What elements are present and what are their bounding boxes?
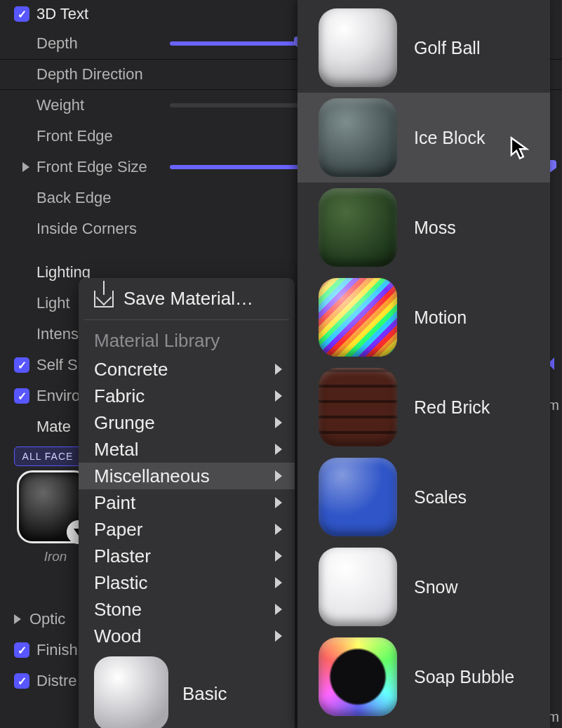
label-inside-corners: Inside Corners [36,220,163,238]
menu-item-paper[interactable]: Paper [79,516,295,543]
swatch-golf [319,8,397,87]
material-label: Scales [414,487,467,508]
material-scales[interactable]: Scales [297,452,550,542]
label-front-edge: Front Edge [36,127,163,145]
section-title: 3D Text [36,5,88,23]
material-motion[interactable]: Motion [297,272,550,362]
menu-item-paint[interactable]: Paint [79,489,295,516]
material-label: Motion [414,307,467,328]
menu-basic-item[interactable]: Basic [79,649,295,728]
material-snow[interactable]: Snow [297,542,550,632]
menu-item-plaster[interactable]: Plaster [79,543,295,569]
chevron-right-icon [275,497,282,508]
save-material-item[interactable]: Save Material… [79,278,295,319]
chevron-right-icon [275,577,282,588]
menu-item-wood[interactable]: Wood [79,623,295,649]
swatch-soap [319,637,397,716]
menu-item-plastic[interactable]: Plastic [79,569,295,596]
menu-item-fabric[interactable]: Fabric [79,383,295,409]
chevron-right-icon [275,444,282,455]
material-label: Red Brick [414,397,490,418]
label-weight: Weight [36,96,163,114]
menu-item-label: Plaster [94,545,151,567]
menu-item-label: Grunge [94,412,155,434]
menu-item-label: Metal [94,439,139,461]
swatch-snow [319,548,397,626]
menu-item-grunge[interactable]: Grunge [79,409,295,436]
chevron-right-icon [275,524,282,535]
menu-item-label: Fabric [94,385,145,407]
chevron-right-icon [275,630,282,642]
checkbox-finish[interactable] [14,642,29,658]
menu-item-label: Paper [94,519,142,541]
menu-item-metal[interactable]: Metal [79,436,295,463]
material-context-menu: Save Material… Material Library Concrete… [79,278,295,728]
label-depth-direction: Depth Direction [36,65,163,84]
swatch-moss [319,188,397,267]
material-ice[interactable]: Ice Block [297,93,550,183]
download-icon [94,291,114,307]
swatch-ice [319,98,397,177]
material-brick[interactable]: Red Brick [297,362,550,452]
label-depth: Depth [36,34,163,53]
label-front-edge-size: Front Edge Size [36,158,163,176]
chevron-right-icon [275,550,282,562]
material-golf[interactable]: Golf Ball [297,3,550,93]
checkbox-distress[interactable] [14,673,29,689]
material-label: Snow [414,577,458,597]
material-submenu: Golf BallIce BlockMossMotionRed BrickSca… [297,0,550,728]
material-label: Soap Bubble [414,667,514,687]
save-material-label: Save Material… [123,288,253,310]
checkbox-3d-text[interactable] [14,6,29,22]
label-back-edge: Back Edge [36,189,163,207]
menu-item-concrete[interactable]: Concrete [79,356,295,383]
chevron-right-icon [275,604,282,615]
material-soap[interactable]: Soap Bubble [297,632,550,722]
menu-item-label: Concrete [94,359,168,380]
menu-item-label: Paint [94,492,135,514]
chevron-right-icon [275,364,282,375]
material-label: Golf Ball [414,38,480,58]
material-moss[interactable]: Moss [297,183,550,272]
menu-item-label: Wood [94,626,141,647]
swatch-motion [319,278,397,357]
chevron-right-icon [275,417,282,428]
menu-item-label: Plastic [94,572,148,594]
swatch-scales [319,458,397,536]
swatch-brick [319,368,397,446]
chevron-right-icon [275,390,282,402]
material-label: Moss [414,218,456,238]
material-label: Ice Block [414,128,485,148]
basic-label: Basic [182,683,227,705]
menu-item-label: Miscellaneous [94,465,210,487]
menu-section-title: Material Library [79,320,295,356]
menu-item-stone[interactable]: Stone [79,596,295,623]
checkbox-environment[interactable] [14,388,29,404]
checkbox-self-shadows[interactable] [14,357,29,373]
basic-swatch [94,656,168,728]
all-faces-chip[interactable]: ALL FACE [14,446,81,466]
disclosure-front-edge-size[interactable] [22,162,29,172]
chevron-right-icon [275,470,282,482]
disclosure-options[interactable] [14,614,21,624]
menu-item-label: Stone [94,599,142,621]
menu-item-miscellaneous[interactable]: Miscellaneous [79,463,295,489]
